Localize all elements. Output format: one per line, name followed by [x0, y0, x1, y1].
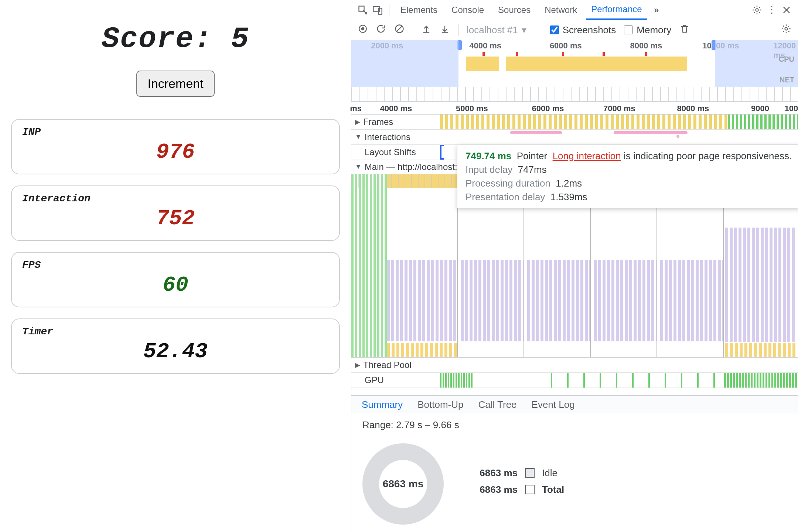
tab-summary[interactable]: Summary [362, 399, 403, 410]
tab-elements[interactable]: Elements [395, 0, 443, 20]
flame-bottom-yellow[interactable] [725, 343, 795, 358]
expand-icon[interactable]: ▶ [355, 361, 360, 369]
tooltip-warn-link[interactable]: Long interaction [553, 150, 621, 161]
metric-label: FPS [22, 259, 329, 271]
flame-lavender-stack[interactable] [660, 260, 723, 341]
metric-value: 60 [22, 273, 329, 297]
upload-icon[interactable] [421, 24, 432, 37]
reload-record-icon[interactable] [376, 24, 386, 37]
screenshots-checkbox[interactable]: Screenshots [550, 24, 616, 36]
flame-lavender-stack[interactable] [725, 228, 795, 342]
capture-settings-icon[interactable] [781, 24, 791, 37]
screenshots-input[interactable] [550, 25, 559, 34]
target-dropdown[interactable]: localhost #1 ▾ [467, 24, 526, 36]
inspect-icon[interactable] [357, 4, 368, 16]
download-icon[interactable] [440, 24, 450, 37]
svg-point-5 [361, 27, 365, 30]
interaction-bar[interactable] [614, 131, 688, 134]
swatch-total [525, 485, 535, 494]
tooltip-type: Pointer [517, 150, 547, 161]
minimap-cpu-flame [466, 57, 687, 71]
flame-lavender-stack[interactable] [527, 260, 590, 341]
long-task-marker [603, 52, 605, 56]
frames-good-region [728, 115, 798, 129]
flame-lavender-stack[interactable] [594, 260, 657, 341]
ruler-tick: 5000 ms [456, 104, 488, 113]
gc-icon[interactable] [679, 24, 690, 37]
long-task-marker [562, 52, 564, 56]
summary-legend: 6863 msIdle 6863 msTotal [466, 467, 564, 501]
tab-network[interactable]: Network [539, 0, 582, 20]
flame-bottom-yellow[interactable] [387, 343, 457, 358]
record-icon[interactable] [358, 24, 368, 36]
svg-point-3 [756, 8, 758, 11]
overview-minimap[interactable]: 2000 ms 4000 ms 6000 ms 8000 ms 10000 ms… [351, 40, 798, 87]
flame-idle [351, 174, 387, 358]
metric-interaction: Interaction 752 [11, 185, 340, 241]
svg-point-7 [785, 27, 788, 30]
tooltip-time: 749.74 ms [466, 150, 511, 161]
track-label: Layout Shifts [365, 147, 416, 157]
gpu-activity [440, 373, 473, 388]
flame-lavender-stack[interactable] [461, 260, 524, 341]
track-gpu[interactable]: GPU [351, 373, 798, 388]
metric-value: 52.43 [22, 340, 329, 364]
target-label: localhost #1 [467, 24, 518, 36]
memory-input[interactable] [624, 25, 633, 34]
summary-donut: 6863 ms [362, 443, 444, 525]
summary-panel: 6863 ms 6863 msIdle 6863 msTotal [351, 436, 798, 532]
metric-label: Timer [22, 326, 329, 337]
kebab-icon[interactable]: ⋮ [766, 4, 777, 16]
ruler-tick: 6000 ms [532, 104, 564, 113]
track-label: Thread Pool [363, 360, 412, 370]
metric-label: INP [22, 126, 329, 138]
device-toggle-icon[interactable] [372, 4, 383, 16]
tab-sources[interactable]: Sources [493, 0, 536, 20]
collapse-icon[interactable]: ▼ [355, 163, 362, 171]
flame-lavender-stack[interactable] [387, 260, 457, 341]
track-frames[interactable]: ▶Frames [351, 115, 798, 130]
memory-checkbox[interactable]: Memory [624, 24, 671, 36]
settings-gear-icon[interactable] [751, 4, 763, 16]
ruler-tick: 8000 ms [677, 104, 709, 113]
close-icon[interactable] [781, 4, 792, 16]
timeline-ruler[interactable]: ms 4000 ms 5000 ms 6000 ms 7000 ms 8000 … [351, 102, 798, 115]
ruler-tick: ms [350, 104, 362, 113]
track-interactions[interactable]: ▼Interactions [351, 130, 798, 145]
track-label: Main — http://localhost:5 [365, 162, 462, 172]
metric-value: 976 [22, 140, 329, 164]
devtools-tabstrip: Elements Console Sources Network Perform… [351, 0, 798, 20]
gpu-activity [536, 373, 717, 388]
track-label: Interactions [365, 132, 410, 142]
increment-button[interactable]: Increment [136, 71, 214, 97]
overview-network-strip [351, 87, 798, 102]
tab-call-tree[interactable]: Call Tree [478, 399, 517, 410]
cpu-label: CPU [779, 55, 794, 64]
long-task-marker [482, 52, 485, 56]
interaction-bar[interactable] [510, 131, 562, 134]
track-thread-pool[interactable]: ▶Thread Pool [351, 358, 798, 373]
tab-console[interactable]: Console [446, 0, 489, 20]
collapse-icon[interactable]: ▼ [355, 133, 362, 141]
tab-bottom-up[interactable]: Bottom-Up [417, 399, 463, 410]
tab-performance[interactable]: Performance [586, 0, 647, 20]
details-tabstrip: Summary Bottom-Up Call Tree Event Log [351, 395, 798, 414]
tick: 8000 ms [630, 41, 662, 51]
tab-event-log[interactable]: Event Log [532, 399, 575, 410]
swatch-idle [525, 468, 535, 478]
ruler-tick: 1000 [784, 104, 798, 113]
minimap-unselected [351, 40, 458, 87]
chevron-down-icon: ▾ [522, 24, 526, 36]
metric-inp: INP 976 [11, 119, 340, 174]
metric-fps: FPS 60 [11, 252, 340, 307]
metric-label: Interaction [22, 193, 329, 204]
expand-icon[interactable]: ▶ [355, 118, 360, 126]
score-heading: Score: 5 [11, 22, 340, 56]
interaction-whisker-icon [676, 135, 679, 138]
more-tabs-icon[interactable]: » [651, 4, 662, 16]
tick: 6000 ms [550, 41, 582, 51]
metric-value: 752 [22, 207, 329, 231]
long-task-marker [645, 52, 647, 56]
track-layout-shifts[interactable]: Layout Shifts 749.74 ms Pointer Long int… [351, 145, 798, 160]
clear-icon[interactable] [394, 24, 405, 37]
